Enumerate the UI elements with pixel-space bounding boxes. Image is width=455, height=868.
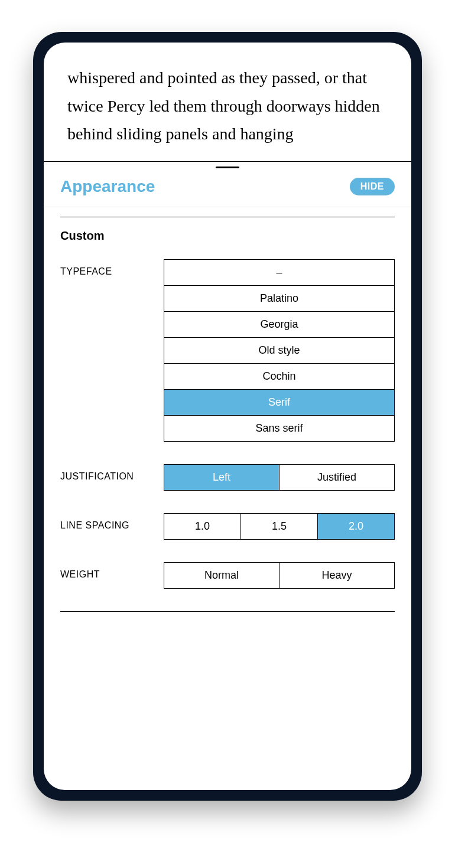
typeface-option[interactable]: Cochin [164, 364, 394, 390]
justification-options: Left Justified [164, 464, 395, 491]
line-spacing-row: LINE SPACING 1.0 1.5 2.0 [60, 513, 395, 540]
screen: whispered and pointed as they passed, or… [44, 43, 411, 790]
line-spacing-option-2[interactable]: 2.0 [318, 514, 394, 539]
typeface-label: TYPEFACE [60, 259, 164, 277]
justification-option-left[interactable]: Left [164, 465, 280, 490]
weight-label: WEIGHT [60, 562, 164, 580]
panel-title: Appearance [60, 177, 155, 196]
device-frame: whispered and pointed as they passed, or… [33, 32, 422, 801]
typeface-option[interactable]: – [164, 260, 394, 286]
drag-handle-icon[interactable] [216, 167, 239, 168]
divider [60, 217, 395, 217]
line-spacing-option-1-5[interactable]: 1.5 [241, 514, 318, 539]
justification-label: JUSTIFICATION [60, 464, 164, 482]
panel-body: Custom TYPEFACE – Palatino Georgia Old s… [44, 207, 411, 790]
weight-options: Normal Heavy [164, 562, 395, 589]
line-spacing-label: LINE SPACING [60, 513, 164, 531]
typeface-option[interactable]: Old style [164, 338, 394, 364]
justification-row: JUSTIFICATION Left Justified [60, 464, 395, 491]
typeface-option[interactable]: Serif [164, 390, 394, 416]
weight-segment: Normal Heavy [164, 562, 395, 589]
weight-option-heavy[interactable]: Heavy [280, 563, 394, 588]
typeface-list: – Palatino Georgia Old style Cochin Seri… [164, 259, 395, 442]
justification-option-justified[interactable]: Justified [280, 465, 394, 490]
line-spacing-options: 1.0 1.5 2.0 [164, 513, 395, 540]
weight-row: WEIGHT Normal Heavy [60, 562, 395, 589]
justification-segment: Left Justified [164, 464, 395, 491]
section-title: Custom [60, 229, 395, 243]
weight-option-normal[interactable]: Normal [164, 563, 280, 588]
typeface-options: – Palatino Georgia Old style Cochin Seri… [164, 259, 395, 442]
divider [60, 611, 395, 612]
line-spacing-segment: 1.0 1.5 2.0 [164, 513, 395, 540]
typeface-option[interactable]: Sans serif [164, 416, 394, 441]
typeface-option[interactable]: Georgia [164, 312, 394, 338]
typeface-row: TYPEFACE – Palatino Georgia Old style Co… [60, 259, 395, 442]
reader-text: whispered and pointed as they passed, or… [44, 43, 411, 162]
hide-button[interactable]: HIDE [350, 178, 395, 195]
line-spacing-option-1[interactable]: 1.0 [164, 514, 241, 539]
panel-header: Appearance HIDE [44, 162, 411, 207]
typeface-option[interactable]: Palatino [164, 286, 394, 312]
